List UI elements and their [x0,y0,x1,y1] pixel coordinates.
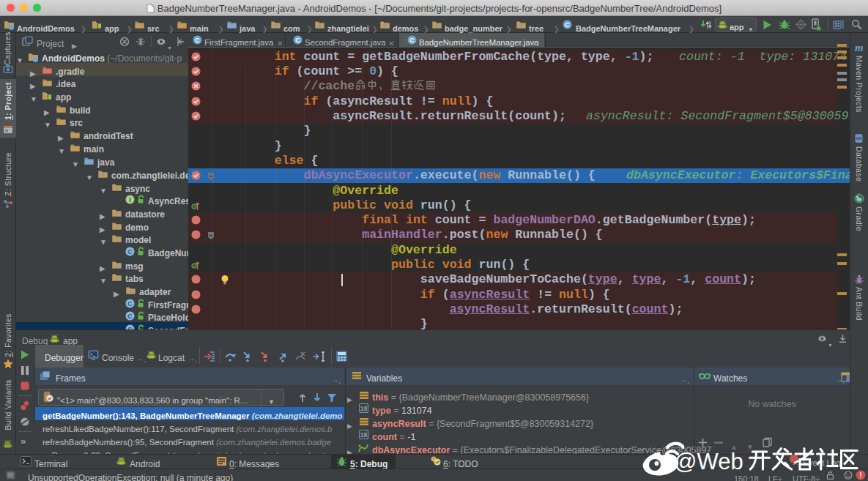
svg-text:C: C [409,37,415,44]
svg-text:C: C [195,37,200,44]
svg-text:C: C [295,37,300,44]
svg-text:18: 18 [360,431,368,439]
svg-text:C: C [127,313,133,320]
svg-text:C: C [127,300,133,307]
svg-text:C: C [565,21,570,29]
svg-text:I: I [129,196,131,204]
svg-text:!: ! [859,471,861,480]
svg-text:C: C [127,248,133,256]
svg-text:18: 18 [360,405,368,412]
